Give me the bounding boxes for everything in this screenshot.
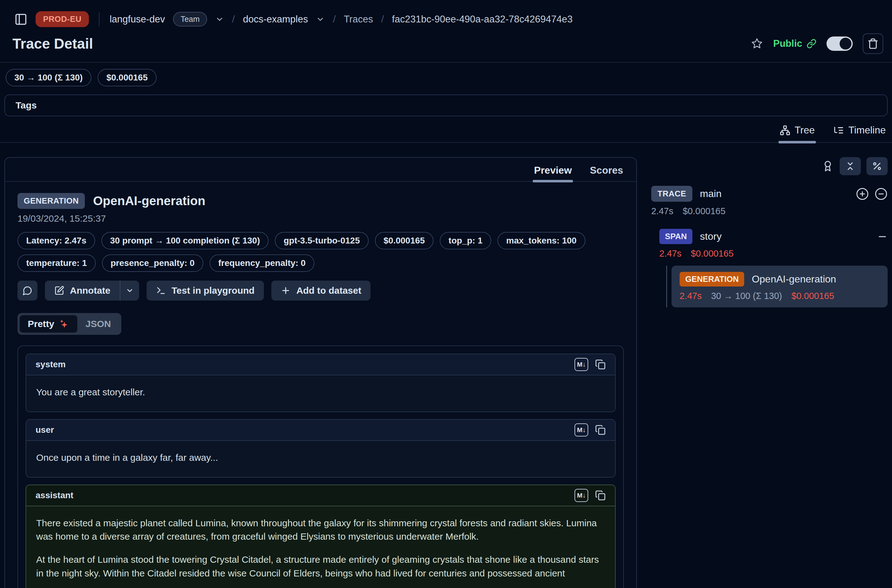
view-tabs: Tree Timeline — [0, 124, 892, 143]
tags-section[interactable]: Tags — [5, 94, 887, 116]
breadcrumb-separator: / — [232, 14, 235, 25]
message-content: Once upon a time in a galaxy far, far aw… — [26, 441, 615, 477]
tree-row-generation-selected[interactable]: GENERATION OpenAI-generation 2.47s 30 → … — [671, 266, 887, 308]
trash-icon — [867, 38, 878, 49]
copy-button[interactable] — [595, 424, 606, 435]
active-tab-indicator — [778, 141, 816, 143]
token-usage-badge: 30 prompt → 100 completion (Σ 130) — [101, 232, 269, 249]
generation-badge: GENERATION — [680, 272, 744, 286]
divider — [99, 12, 99, 26]
annotate-button[interactable]: Annotate — [45, 280, 120, 300]
favorite-star-button[interactable] — [751, 38, 763, 50]
breadcrumb-org[interactable]: langfuse-dev — [110, 14, 165, 25]
trace-metrics: 2.47s $0.000165 — [651, 206, 887, 216]
collapse-all-button[interactable] — [839, 157, 861, 175]
link-icon — [806, 39, 817, 49]
delete-trace-button[interactable] — [863, 33, 883, 54]
chevron-down-icon[interactable] — [316, 15, 325, 24]
minus-circle-icon — [874, 188, 887, 201]
chevrons-collapse-icon — [845, 161, 855, 171]
tab-tree[interactable]: Tree — [780, 124, 815, 142]
add-to-dataset-label: Add to dataset — [296, 285, 361, 296]
annotate-dropdown-button[interactable] — [120, 280, 139, 300]
span-name: story — [700, 231, 721, 242]
message-tools: M↓ — [575, 423, 606, 436]
collapse-span-button[interactable] — [877, 231, 887, 242]
sidebar-toggle-button[interactable] — [14, 13, 27, 26]
markdown-toggle-button[interactable]: M↓ — [575, 423, 588, 436]
add-to-dataset-button[interactable]: Add to dataset — [271, 280, 371, 300]
message-header: system M↓ — [26, 354, 615, 375]
page-header: Trace Detail Public — [0, 27, 892, 63]
chevron-down-icon[interactable] — [215, 15, 224, 24]
expand-all-button[interactable] — [856, 188, 869, 201]
tree-row-trace[interactable]: TRACE main — [651, 186, 887, 202]
message-content: There existed a majestic planet called L… — [26, 506, 615, 588]
tree-generation-branch: GENERATION OpenAI-generation 2.47s 30 → … — [666, 266, 887, 308]
breadcrumb-separator: / — [381, 14, 384, 25]
tree-row-actions — [856, 188, 887, 201]
generation-name: OpenAI-generation — [752, 273, 836, 285]
award-icon — [821, 160, 834, 172]
generation-cost: $0.000165 — [791, 291, 834, 301]
observation-meta-badges: Latency: 2.47s 30 prompt → 100 completio… — [18, 232, 623, 272]
main-content: Preview Scores GENERATION OpenAI-generat… — [0, 157, 892, 588]
markdown-toggle-button[interactable]: M↓ — [575, 358, 588, 371]
format-pretty-button[interactable]: Pretty — [20, 315, 77, 333]
presence-penalty-badge: presence_penalty: 0 — [102, 254, 203, 272]
test-in-playground-button[interactable]: Test in playground — [147, 280, 264, 300]
trace-name: main — [700, 188, 721, 200]
copy-button[interactable] — [595, 359, 606, 370]
observation-header: GENERATION OpenAI-generation — [18, 193, 624, 209]
message-role-label: user — [36, 425, 54, 435]
span-metrics: 2.47s $0.000165 — [659, 249, 887, 259]
message-content: You are a great storyteller. — [26, 375, 615, 411]
award-icon-button[interactable] — [821, 160, 834, 172]
comment-button[interactable] — [18, 280, 38, 300]
temperature-badge: temperature: 1 — [18, 254, 96, 272]
generation-latency: 2.47s — [680, 291, 702, 301]
max-tokens-badge: max_tokens: 100 — [497, 232, 586, 249]
copy-button[interactable] — [595, 490, 606, 501]
generation-metrics: 2.47s 30 → 100 (Σ 130) $0.000165 — [680, 291, 880, 301]
public-share-link[interactable]: Public — [773, 38, 817, 49]
annotate-split-button: Annotate — [45, 280, 139, 300]
tree-row-span[interactable]: SPAN story — [659, 229, 887, 244]
span-latency: 2.47s — [659, 249, 682, 259]
message-assistant: assistant M↓ There ex — [26, 484, 616, 588]
public-toggle[interactable] — [826, 36, 853, 51]
chevron-down-icon — [126, 286, 134, 295]
breadcrumb-traces-link[interactable]: Traces — [344, 14, 373, 25]
tree-icon — [780, 125, 790, 136]
tab-scores[interactable]: Scores — [590, 165, 623, 181]
assistant-paragraph: There existed a majestic planet called L… — [36, 516, 605, 544]
message-user: user M↓ Once upon a time in a galaxy — [26, 419, 616, 478]
observation-actions: Annotate Test in playground — [18, 280, 624, 300]
generation-tokens: 30 → 100 (Σ 130) — [711, 291, 782, 301]
sparkles-icon — [59, 319, 69, 329]
tab-tree-label: Tree — [795, 124, 815, 136]
tree-toolbar — [651, 157, 887, 184]
json-label: JSON — [86, 319, 111, 329]
collapse-tree-button[interactable] — [874, 188, 887, 201]
tab-preview[interactable]: Preview — [534, 165, 572, 181]
tree-row-actions — [877, 231, 887, 242]
test-in-playground-label: Test in playground — [171, 285, 254, 296]
toggle-knob — [839, 38, 851, 50]
tab-timeline[interactable]: Timeline — [833, 124, 886, 142]
public-label: Public — [773, 38, 802, 49]
format-json-button[interactable]: JSON — [77, 315, 119, 333]
message-system: system M↓ You are a great storytelle — [26, 354, 616, 412]
tab-preview-label: Preview — [534, 165, 572, 176]
model-badge[interactable]: gpt-3.5-turbo-0125 — [275, 232, 368, 249]
breadcrumb-project[interactable]: docs-examples — [243, 14, 308, 25]
trace-cost: $0.000165 — [683, 206, 725, 216]
tab-timeline-label: Timeline — [848, 124, 886, 136]
metrics-percent-button[interactable] — [866, 157, 887, 175]
org-type-badge: Team — [173, 12, 207, 27]
markdown-toggle-button[interactable]: M↓ — [575, 489, 588, 502]
observation-title: OpenAI-generation — [93, 194, 205, 208]
plus-icon — [281, 286, 291, 296]
trace-detail-page: PROD-EU langfuse-dev Team / docs-example… — [0, 0, 892, 588]
pretty-label: Pretty — [28, 319, 54, 329]
